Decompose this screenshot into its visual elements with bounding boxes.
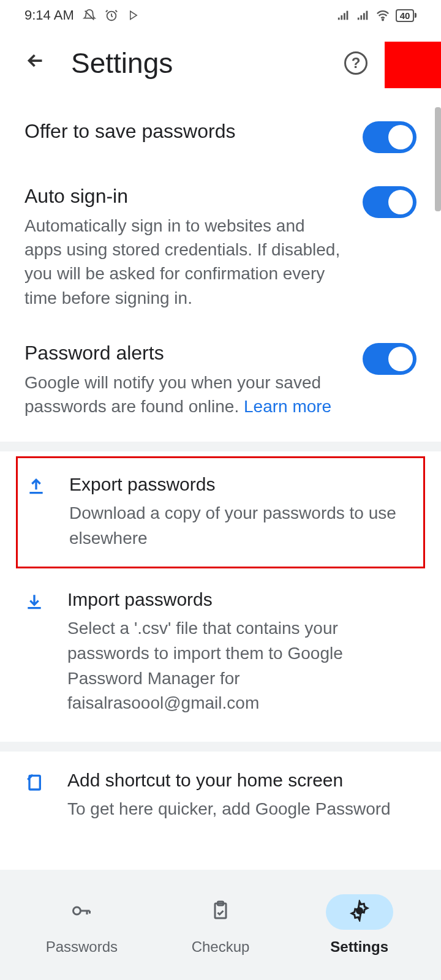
help-icon[interactable]: ?: [344, 51, 368, 75]
clipboard-check-icon: [209, 900, 232, 924]
bottom-navigation: Passwords Checkup Settings: [0, 870, 441, 980]
toggle-switch[interactable]: [363, 186, 417, 218]
section-divider: [0, 742, 441, 752]
gear-icon: [349, 900, 371, 924]
svg-rect-8: [363, 13, 365, 20]
battery-icon: 40: [396, 9, 417, 22]
export-passwords-row[interactable]: Export passwords Download a copy of your…: [18, 458, 423, 567]
alarm-icon: [105, 9, 118, 22]
svg-rect-5: [347, 11, 349, 20]
add-shortcut-row[interactable]: Add shortcut to your home screen To get …: [0, 752, 441, 822]
upload-icon: [26, 477, 46, 499]
action-description: To get here quicker, add Google Password: [67, 797, 417, 822]
import-passwords-row[interactable]: Import passwords Select a '.csv' file th…: [0, 571, 441, 734]
svg-point-10: [382, 19, 383, 20]
page-title: Settings: [71, 47, 173, 80]
action-title: Add shortcut to your home screen: [67, 770, 417, 791]
svg-rect-2: [338, 18, 340, 20]
signal-icon: [337, 9, 350, 22]
setting-offer-save[interactable]: Offer to save passwords: [24, 104, 417, 169]
svg-rect-3: [341, 15, 342, 20]
svg-marker-1: [130, 11, 137, 20]
notification-muted-icon: [83, 9, 96, 22]
action-description: Select a '.csv' file that contains your …: [67, 616, 417, 715]
nav-checkup[interactable]: Checkup: [151, 894, 290, 956]
setting-title: Offer to save passwords: [24, 120, 344, 143]
nav-passwords[interactable]: Passwords: [12, 894, 151, 956]
setting-title: Auto sign-in: [24, 185, 344, 208]
svg-rect-7: [360, 15, 362, 20]
setting-description: Automatically sign in to websites and ap…: [24, 214, 344, 310]
nav-label: Passwords: [46, 938, 118, 956]
nav-settings[interactable]: Settings: [290, 894, 429, 956]
nav-label: Checkup: [192, 938, 250, 956]
setting-description: Google will notify you when your saved p…: [24, 371, 344, 418]
action-title: Export passwords: [69, 474, 415, 495]
download-icon: [24, 592, 44, 614]
svg-point-12: [74, 907, 81, 914]
setting-auto-signin[interactable]: Auto sign-in Automatically sign in to we…: [24, 169, 417, 326]
setting-password-alerts[interactable]: Password alerts Google will notify you w…: [24, 326, 417, 434]
key-icon: [70, 900, 92, 924]
status-bar: 9:14 AM 40: [0, 0, 441, 28]
signal-icon-2: [356, 9, 370, 22]
play-icon: [127, 9, 140, 22]
svg-rect-9: [366, 11, 368, 20]
svg-rect-4: [344, 13, 345, 20]
highlight-annotation: Export passwords Download a copy of your…: [16, 456, 425, 568]
status-time: 9:14 AM: [24, 7, 74, 23]
back-arrow-icon[interactable]: [24, 50, 47, 77]
action-description: Download a copy of your passwords to use…: [69, 501, 415, 551]
setting-title: Password alerts: [24, 342, 344, 364]
svg-rect-6: [358, 18, 360, 20]
toggle-switch[interactable]: [363, 121, 417, 153]
scrollbar[interactable]: [435, 107, 441, 211]
action-title: Import passwords: [67, 589, 417, 610]
wifi-icon: [376, 9, 390, 22]
section-divider: [0, 442, 441, 451]
shortcut-icon: [24, 772, 44, 794]
toggle-switch[interactable]: [363, 343, 417, 375]
learn-more-link[interactable]: Learn more: [244, 397, 331, 416]
nav-label: Settings: [330, 938, 388, 956]
redacted-block: [385, 42, 441, 88]
page-header: Settings ?: [0, 28, 441, 104]
